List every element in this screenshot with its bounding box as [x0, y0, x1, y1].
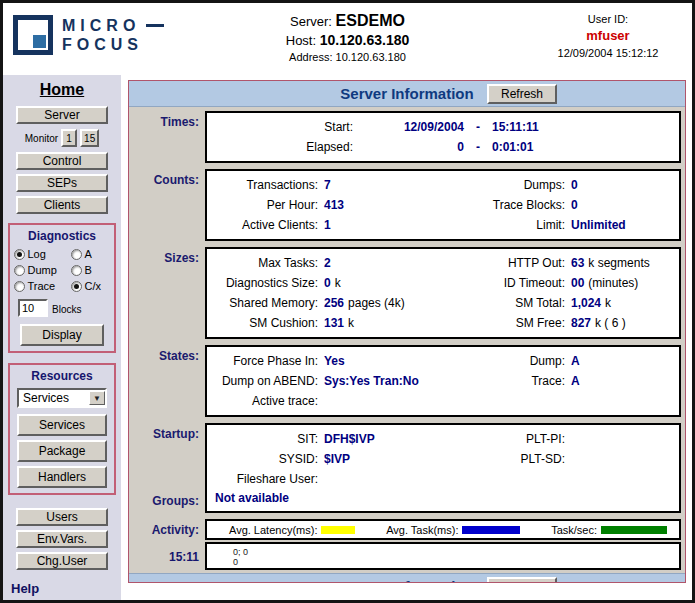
field-value — [324, 469, 454, 489]
task-sec-color-swatch — [601, 526, 667, 534]
monitor-interval-button-1[interactable]: 1 — [61, 129, 77, 147]
env-vars-button[interactable]: Env.Vars. — [16, 530, 108, 548]
field-value: 12/09/2004 — [359, 117, 464, 137]
page-header: MICRO FOCUS Server: ESDEMO Host: 10.120.… — [3, 3, 692, 75]
field-label: Diagnostics Size: — [213, 273, 318, 293]
radio-b-circle — [71, 265, 82, 276]
radio-a-circle — [71, 249, 82, 260]
handlers-button[interactable]: Handlers — [17, 466, 107, 488]
radio-log-circle — [14, 249, 25, 260]
sections: Times: Start: 12/09/2004 - 15:11:11 Elap… — [129, 107, 685, 582]
field-label: Per Hour: — [213, 195, 318, 215]
refresh-button-bottom[interactable]: Refresh — [487, 577, 557, 583]
field-label — [460, 391, 565, 411]
field-label: Dump on ABEND: — [213, 371, 318, 391]
states-section: States: Force Phase In: Yes Dump: A Dump… — [129, 342, 685, 420]
times-row-label: Times: — [129, 108, 205, 166]
field-label: Active trace: — [213, 391, 318, 411]
counts-section: Counts: Transactions: 7 Dumps: 0 Per Hou… — [129, 166, 685, 244]
field-value: 1 — [324, 215, 454, 235]
field-label: Limit: — [460, 215, 565, 235]
field-value — [571, 391, 673, 411]
field-label: Dumps: — [460, 175, 565, 195]
page-title: Server Information — [340, 85, 473, 102]
field-value: 7 — [324, 175, 454, 195]
radio-cx-circle — [71, 281, 82, 292]
seps-button[interactable]: SEPs — [16, 174, 108, 192]
activity-graph: 0; 0 0 — [205, 542, 681, 570]
states-box: Force Phase In: Yes Dump: A Dump on ABEN… — [205, 345, 681, 417]
monitor-interval-button-2[interactable]: 15 — [80, 129, 99, 147]
field-value: Sys:Yes Tran:No — [324, 371, 454, 391]
radio-a[interactable]: A — [71, 248, 111, 260]
chg-user-button[interactable]: Chg.User — [16, 552, 108, 570]
blocks-row: Blocks — [18, 299, 81, 317]
radio-label: B — [85, 264, 92, 276]
sizes-row-label: Sizes: — [129, 244, 205, 342]
field-label: PLT-PI: — [460, 429, 565, 449]
users-button[interactable]: Users — [16, 508, 108, 526]
address-value: 10.120.63.180 — [336, 51, 406, 63]
radio-label: Log — [28, 248, 46, 260]
field-label: Fileshare User: — [213, 469, 318, 489]
package-button[interactable]: Package — [17, 440, 107, 462]
host-value: 10.120.63.180 — [320, 32, 410, 48]
sizes-box: Max Tasks: 2 HTTP Out: 63k segments Diag… — [205, 247, 681, 339]
server-button[interactable]: Server — [16, 106, 108, 124]
logo-word-bottom: FOCUS — [62, 37, 143, 52]
control-button[interactable]: Control — [16, 152, 108, 170]
activity-section: Activity: Avg. Latency(ms): Avg. Task(ms… — [129, 516, 685, 541]
field-value: DFH$IVP — [324, 429, 454, 449]
user-info: User ID: mfuser 12/09/2004 15:12:12 — [538, 13, 678, 59]
radio-label: Dump — [28, 264, 57, 276]
refresh-button-top[interactable]: Refresh — [487, 84, 557, 104]
server-information-panel: Server Information Refresh Times: Start:… — [128, 80, 686, 583]
radio-dump-circle — [14, 265, 25, 276]
counts-box: Transactions: 7 Dumps: 0 Per Hour: 413 T… — [205, 169, 681, 241]
radio-cx[interactable]: C/x — [71, 280, 111, 292]
field-value: A — [571, 351, 673, 371]
states-row-label: States: — [129, 342, 205, 420]
field-label: SM Free: — [460, 313, 565, 333]
field-label: Start: — [213, 117, 353, 137]
field-label: PLT-SD: — [460, 449, 565, 469]
bottom-titlebar: Server Information Refresh — [129, 573, 685, 583]
home-link[interactable]: Home — [40, 81, 84, 99]
field-value — [324, 391, 454, 411]
radio-b[interactable]: B — [71, 264, 111, 276]
field-value: 0k — [324, 273, 454, 293]
clients-button[interactable]: Clients — [16, 196, 108, 214]
field-value: 827k ( 6 ) — [571, 313, 673, 333]
field-value: 413 — [324, 195, 454, 215]
main-content: Server Information Refresh Times: Start:… — [121, 75, 692, 600]
chevron-down-icon: ▼ — [89, 391, 105, 405]
times-box: Start: 12/09/2004 - 15:11:11 Elapsed: 0 … — [205, 111, 681, 163]
resources-select[interactable]: Services ▼ — [17, 388, 107, 408]
field-separator: - — [470, 137, 486, 157]
radio-trace-circle — [14, 281, 25, 292]
services-button[interactable]: Services — [17, 414, 107, 436]
field-value: 0:01:01 — [492, 137, 673, 157]
sidebar: Home Server Monitor 1 15 Control SEPs Cl… — [3, 75, 121, 600]
field-value: 0 — [571, 195, 673, 215]
field-value — [571, 449, 673, 469]
radio-label: C/x — [85, 280, 102, 292]
radio-trace[interactable]: Trace — [14, 280, 71, 292]
activity-legend: Avg. Latency(ms): Avg. Task(ms): Task/se… — [205, 519, 681, 540]
logo-line — [146, 24, 164, 27]
radio-log[interactable]: Log — [14, 248, 71, 260]
field-label: Force Phase In: — [213, 351, 318, 371]
body: Home Server Monitor 1 15 Control SEPs Cl… — [3, 75, 692, 600]
field-label: Elapsed: — [213, 137, 353, 157]
monitor-row: Monitor 1 15 — [25, 129, 99, 147]
legend-item: Avg. Task(ms): — [386, 524, 520, 536]
groups-row-label: Groups: — [152, 494, 199, 508]
field-value: 63k segments — [571, 253, 673, 273]
radio-dump[interactable]: Dump — [14, 264, 71, 276]
display-button[interactable]: Display — [20, 324, 104, 346]
activity-row-label: Activity: — [129, 516, 205, 541]
resources-group: Resources Services ▼ Services Package Ha… — [8, 363, 116, 495]
field-label: SIT: — [213, 429, 318, 449]
field-label: ID Timeout: — [460, 273, 565, 293]
blocks-input[interactable] — [18, 299, 48, 317]
